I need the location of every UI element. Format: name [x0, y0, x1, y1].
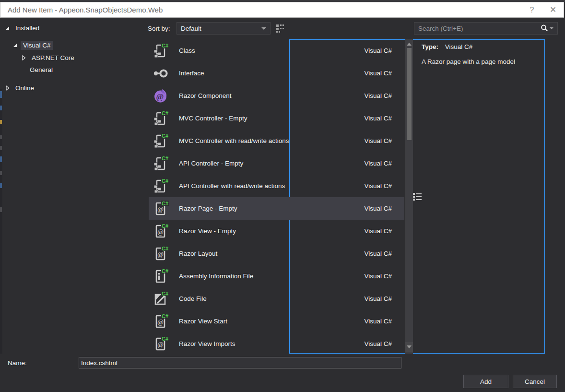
expander-closed-icon[interactable] — [5, 85, 10, 91]
item-name: Razor Component — [179, 92, 364, 99]
tree-node-label: Installed — [13, 24, 42, 33]
list-item[interactable]: MVC Controller with read/write actions V… — [149, 130, 404, 152]
sort-by-value: Default — [177, 25, 261, 32]
tree-node-installed[interactable]: Installed — [5, 23, 42, 33]
item-list: Class Visual C# Interface Visual C# Razo… — [149, 39, 404, 354]
item-category: Visual C# — [364, 340, 404, 347]
list-item[interactable]: Razor Component Visual C# — [149, 84, 404, 107]
cs-class-icon — [153, 178, 169, 194]
name-input[interactable] — [79, 357, 401, 368]
interface-icon — [153, 65, 169, 82]
triangle-down-icon — [407, 345, 412, 348]
item-category: Visual C# — [364, 227, 404, 235]
cs-class-icon — [153, 155, 169, 172]
item-name: Assembly Information File — [179, 273, 364, 280]
item-category: Visual C# — [364, 70, 404, 77]
item-name: Razor View Start — [179, 318, 364, 325]
close-button[interactable]: ✕ — [542, 5, 564, 15]
item-category: Visual C# — [364, 318, 404, 325]
list-scrollbar[interactable] — [405, 39, 413, 354]
tree-node-label: General — [27, 65, 55, 74]
item-details-panel: Type: Visual C# A Razor page with a page… — [422, 43, 558, 65]
search-box[interactable] — [414, 22, 558, 35]
razor-file-icon — [153, 336, 169, 352]
expander-open-icon[interactable] — [12, 43, 18, 48]
item-name: API Controller with read/write actions — [179, 182, 364, 190]
add-button[interactable]: Add — [463, 375, 508, 388]
name-label: Name: — [8, 359, 27, 367]
list-item[interactable]: MVC Controller - Empty Visual C# — [149, 107, 404, 130]
tree-node-label: Online — [13, 83, 36, 93]
grid-view-icon — [276, 24, 285, 33]
item-description: A Razor page with a page model — [422, 58, 558, 65]
item-category: Visual C# — [364, 182, 404, 190]
assembly-info-icon — [153, 268, 169, 285]
sort-by-dropdown[interactable]: Default — [177, 22, 271, 35]
item-category: Visual C# — [364, 92, 404, 99]
item-category: Visual C# — [364, 205, 404, 212]
item-category: Visual C# — [364, 250, 404, 257]
razor-file-icon — [153, 201, 169, 217]
item-name: Razor Layout — [179, 250, 364, 257]
item-name: Razor View Imports — [179, 340, 364, 347]
list-item[interactable]: Razor View Start Visual C# — [149, 310, 404, 333]
type-label: Type: — [422, 43, 438, 50]
scroll-down-button[interactable] — [405, 342, 413, 352]
razor-file-icon — [153, 246, 169, 262]
list-item[interactable]: Interface Visual C# — [149, 62, 404, 84]
item-category: Visual C# — [364, 273, 404, 280]
cs-class-icon — [153, 133, 169, 149]
razor-component-icon — [153, 88, 169, 104]
list-item[interactable]: API Controller - Empty Visual C# — [149, 152, 404, 175]
triangle-up-icon — [407, 43, 412, 46]
tree-node-label: ASP.NET Core — [29, 53, 77, 62]
item-category: Visual C# — [364, 160, 404, 167]
tree-node-online[interactable]: Online — [5, 83, 36, 93]
list-item[interactable]: API Controller with read/write actions V… — [149, 175, 404, 197]
item-name: Interface — [179, 70, 364, 77]
dialog-title: Add New Item - Appeon.SnapObjectsDemo.We… — [0, 6, 521, 14]
sort-by-label: Sort by: — [148, 25, 170, 32]
expander-closed-icon[interactable] — [21, 55, 26, 60]
item-category: Visual C# — [364, 295, 404, 302]
list-item[interactable]: Razor Page - Empty Visual C# — [149, 197, 404, 220]
item-category: Visual C# — [364, 47, 404, 54]
dialog-titlebar: Add New Item - Appeon.SnapObjectsDemo.We… — [0, 2, 564, 18]
item-name: MVC Controller - Empty — [179, 115, 364, 122]
tree-node-aspnet-core[interactable]: ASP.NET Core — [21, 53, 77, 62]
list-item[interactable]: Razor Layout Visual C# — [149, 242, 404, 265]
item-name: API Controller - Empty — [179, 160, 364, 167]
item-name: MVC Controller with read/write actions — [179, 137, 364, 144]
razor-file-icon — [153, 223, 169, 239]
item-name: Class — [179, 47, 364, 54]
type-value: Visual C# — [445, 43, 473, 50]
item-category: Visual C# — [364, 137, 404, 144]
cancel-button[interactable]: Cancel — [513, 375, 557, 388]
cs-class-icon — [153, 110, 169, 127]
window-edge-artifact-left — [0, 89, 2, 354]
razor-file-icon — [153, 313, 169, 330]
search-icon[interactable] — [540, 24, 549, 33]
list-item[interactable]: Code File Visual C# — [149, 287, 404, 310]
search-input[interactable] — [414, 24, 540, 33]
help-button[interactable]: ? — [521, 6, 542, 14]
list-item[interactable]: Razor View - Empty Visual C# — [149, 220, 404, 242]
list-item[interactable]: Class Visual C# — [149, 39, 404, 62]
item-name: Razor View - Empty — [179, 227, 364, 235]
scroll-up-button[interactable] — [405, 40, 413, 48]
code-file-icon — [153, 291, 169, 307]
expander-open-icon[interactable] — [5, 25, 10, 31]
tree-node-visual-csharp[interactable]: Visual C# — [12, 40, 53, 50]
item-name: Code File — [179, 295, 364, 302]
search-options-caret-icon[interactable] — [550, 27, 553, 29]
tree-node-general[interactable]: General — [27, 65, 55, 74]
cs-class-icon — [153, 43, 169, 59]
scrollbar-thumb[interactable] — [407, 48, 412, 140]
list-view-icon — [412, 192, 422, 201]
list-item[interactable]: Assembly Information File Visual C# — [149, 265, 404, 287]
tree-node-label-selected: Visual C# — [21, 41, 53, 50]
chevron-down-icon — [261, 27, 266, 30]
list-item[interactable]: Razor View Imports Visual C# — [149, 333, 404, 354]
item-category: Visual C# — [364, 115, 404, 122]
small-icons-view-button[interactable] — [274, 22, 287, 35]
